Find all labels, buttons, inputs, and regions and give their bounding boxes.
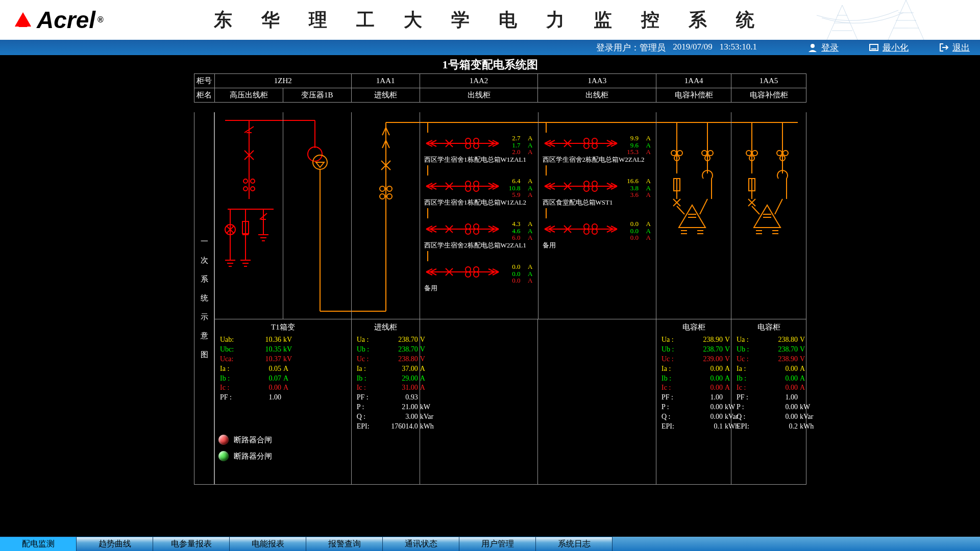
feeder-label: 西区学生宿舍2栋配电总箱W2ZAL2 bbox=[543, 155, 654, 164]
minimize-button[interactable]: 最小化 bbox=[869, 42, 909, 54]
svg-point-56 bbox=[474, 138, 479, 143]
nav-tab[interactable]: 通讯状态 bbox=[383, 537, 459, 551]
svg-point-89 bbox=[592, 138, 597, 143]
pylon-decoration-icon bbox=[812, 0, 975, 40]
svg-point-90 bbox=[592, 143, 597, 148]
cabinet-no: 1AA4 bbox=[656, 74, 731, 88]
cabinet-no: 1AA2 bbox=[420, 74, 538, 88]
svg-point-64 bbox=[474, 181, 479, 186]
svg-point-73 bbox=[474, 229, 479, 234]
svg-line-126 bbox=[677, 206, 684, 214]
svg-point-13 bbox=[251, 187, 255, 191]
svg-line-147 bbox=[752, 206, 760, 214]
svg-point-72 bbox=[474, 224, 479, 229]
nav-tab[interactable]: 电参量报表 bbox=[153, 537, 230, 551]
feeder-branch: 0.0A 0.0A 0.0A 备用 bbox=[424, 263, 536, 293]
user-label: 登录用户： bbox=[596, 43, 640, 53]
cabinet-name: 电容补偿柜 bbox=[731, 88, 806, 103]
svg-point-12 bbox=[243, 187, 248, 191]
svg-point-134 bbox=[777, 151, 782, 156]
user-icon bbox=[808, 43, 817, 52]
status-bar: 登录用户：管理员 2019/07/09 13:53:10.1 bbox=[596, 42, 757, 54]
feeder-label: 西区学生宿舍1栋配电总箱W1ZAL2 bbox=[424, 198, 536, 207]
cabinet-name: 进线柜 bbox=[351, 88, 420, 103]
svg-point-80 bbox=[474, 267, 479, 272]
svg-line-127 bbox=[700, 199, 707, 214]
svg-point-98 bbox=[592, 186, 597, 191]
nav-tab[interactable]: 报警查询 bbox=[306, 537, 383, 551]
feeder-branch: 9.9A 9.6A 15.3A 西区学生宿舍2栋配电总箱W2ZAL2 bbox=[543, 135, 654, 164]
minimize-icon bbox=[869, 43, 878, 52]
row-label: 柜名 bbox=[194, 88, 215, 103]
row-label-vertical: 一次系统示意图 bbox=[194, 112, 214, 485]
svg-point-87 bbox=[584, 138, 589, 143]
svg-point-81 bbox=[474, 272, 479, 277]
svg-point-79 bbox=[465, 272, 471, 277]
panel-title: 进线柜 bbox=[357, 322, 414, 332]
cabinet-name: 出线柜 bbox=[420, 88, 538, 103]
login-button[interactable]: 登录 bbox=[808, 42, 839, 54]
exit-button[interactable]: 退出 bbox=[939, 42, 970, 54]
login-label: 登录 bbox=[821, 42, 839, 54]
exit-label: 退出 bbox=[952, 42, 970, 54]
svg-point-88 bbox=[584, 143, 589, 148]
svg-point-36 bbox=[308, 147, 322, 161]
svg-point-11 bbox=[251, 179, 255, 183]
svg-point-131 bbox=[746, 151, 751, 156]
exit-icon bbox=[939, 43, 948, 52]
svg-point-132 bbox=[752, 151, 757, 156]
status-dot-closed-icon bbox=[218, 435, 229, 445]
nav-tab[interactable]: 电能报表 bbox=[230, 537, 306, 551]
svg-point-110 bbox=[671, 151, 676, 156]
svg-point-114 bbox=[708, 151, 713, 156]
svg-point-104 bbox=[584, 229, 589, 234]
feeder-branch: 2.7A 1.7A 2.0A 西区学生宿舍1栋配电总箱W1ZAL1 bbox=[424, 135, 536, 164]
panel-title: T1箱变 bbox=[220, 322, 346, 332]
brand-logo: Acrel ® bbox=[0, 6, 104, 34]
svg-point-97 bbox=[592, 181, 597, 186]
cabinet-no: 1AA3 bbox=[538, 74, 656, 88]
cabinet-name: 高压出线柜 bbox=[214, 88, 283, 103]
feeder-branch: 16.6A 3.8A 3.6A 西区食堂配电总箱WST1 bbox=[543, 178, 654, 207]
svg-point-43 bbox=[387, 186, 392, 191]
svg-point-78 bbox=[465, 267, 471, 272]
svg-point-113 bbox=[702, 151, 707, 156]
sub-header: 登录用户：管理员 2019/07/09 13:53:10.1 登录 最小化 退出 bbox=[0, 40, 980, 55]
feeder-branch: 6.4A 10.8A 5.9A 西区学生宿舍1栋配电总箱W1ZAL2 bbox=[424, 178, 536, 207]
time-text: 13:53:10.1 bbox=[720, 42, 757, 54]
cabinet-name: 变压器1B bbox=[283, 88, 351, 103]
nav-tab[interactable]: 趋势曲线 bbox=[77, 537, 153, 551]
feeder-label: 备用 bbox=[543, 241, 654, 250]
svg-point-135 bbox=[783, 151, 788, 156]
logo-mark-icon bbox=[14, 12, 32, 28]
svg-point-63 bbox=[465, 186, 471, 191]
feeder-branch: 0.0A 0.0A 0.0A 备用 bbox=[543, 220, 654, 250]
svg-line-148 bbox=[775, 199, 782, 214]
svg-point-42 bbox=[380, 186, 385, 191]
svg-point-65 bbox=[474, 186, 479, 191]
page-title: 1号箱变配电系统图 bbox=[0, 57, 980, 72]
cabinet-name: 出线柜 bbox=[538, 88, 656, 103]
svg-point-103 bbox=[584, 224, 589, 229]
svg-point-95 bbox=[584, 181, 589, 186]
nav-tab[interactable]: 用户管理 bbox=[459, 537, 536, 551]
nav-tab[interactable]: 配电监测 bbox=[0, 537, 77, 551]
svg-point-96 bbox=[584, 186, 589, 191]
svg-point-57 bbox=[474, 143, 479, 148]
cabinet-no: 1AA5 bbox=[731, 74, 806, 88]
nav-tab[interactable]: 系统日志 bbox=[536, 537, 612, 551]
cabinet-name: 电容补偿柜 bbox=[656, 88, 731, 103]
svg-point-71 bbox=[465, 229, 471, 234]
user-name: 管理员 bbox=[640, 43, 666, 53]
svg-point-44 bbox=[380, 194, 385, 199]
feeder-branch: 4.3A 4.6A 6.0A 西区学生宿舍2栋配电总箱W2ZAL1 bbox=[424, 220, 536, 250]
registered-mark: ® bbox=[97, 15, 104, 24]
cabinet-no: 1AA1 bbox=[351, 74, 420, 88]
svg-point-10 bbox=[243, 179, 248, 183]
svg-point-106 bbox=[592, 229, 597, 234]
footer-tabs: 配电监测趋势曲线电参量报表电能报表报警查询通讯状态用户管理系统日志 bbox=[0, 537, 980, 551]
svg-point-105 bbox=[592, 224, 597, 229]
cabinet-no: 1ZH2 bbox=[214, 74, 351, 88]
breaker-legend: 断路器合闸 断路器分闸 bbox=[218, 435, 272, 467]
brand-text: Acrel bbox=[37, 6, 95, 34]
